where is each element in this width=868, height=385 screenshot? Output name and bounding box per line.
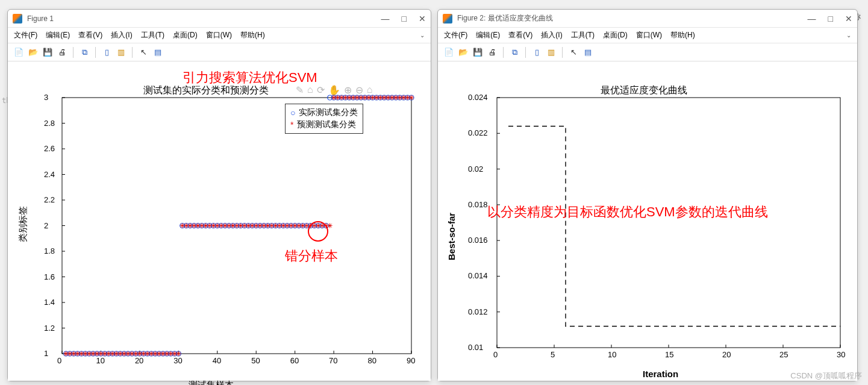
menu-edit[interactable]: 编辑(E) [476, 30, 500, 40]
y-tick-label: 0.012 [468, 307, 488, 316]
legend-marker-star-icon: * [290, 121, 293, 129]
figure1-menubar: 文件(F) 编辑(E) 查看(V) 插入(I) 工具(T) 桌面(D) 窗口(W… [8, 28, 431, 43]
arrow-tool-button[interactable] [137, 46, 149, 58]
x-tick-label: 80 [368, 356, 376, 365]
y-tick-label: 3 [44, 93, 96, 102]
plot-catalog-button[interactable] [582, 46, 594, 58]
window-controls: — □ ✕ [808, 14, 852, 23]
x-tick-label: 60 [290, 356, 299, 365]
edit-plot-button[interactable] [508, 46, 520, 58]
edit-plot-button[interactable] [78, 46, 90, 58]
chart2-axes[interactable] [485, 95, 846, 360]
figure1-canvas[interactable]: 引力搜索算法优化SVM 测试集的实际分类和预测分类 ✎ ⌂ ⟳ ✋ ⊕ ⊖ ⌂ … [8, 61, 431, 381]
menu-file[interactable]: 文件(F) [444, 30, 467, 40]
chart2-ylabel: Best-so-far [446, 213, 457, 260]
x-tick-label: 25 [779, 350, 788, 359]
minimize-button[interactable]: — [381, 14, 390, 23]
plot-catalog-button[interactable] [152, 46, 164, 58]
x-tick-label: 50 [251, 356, 260, 365]
menu-file[interactable]: 文件(F) [14, 30, 37, 40]
x-tick-label: 10 [96, 356, 104, 365]
tile-h-button[interactable] [531, 46, 543, 58]
figure2-window: Figure 2: 最优适应度变化曲线 — □ ✕ 文件(F) 编辑(E) 查看… [437, 9, 858, 381]
print-button[interactable] [56, 46, 68, 58]
x-tick-label: 20 [722, 350, 731, 359]
maximize-button[interactable]: □ [828, 14, 833, 23]
x-tick-label: 90 [407, 356, 415, 365]
x-tick-label: 15 [665, 350, 673, 359]
y-tick-label: 0.022 [468, 128, 488, 137]
open-file-button[interactable] [27, 46, 39, 58]
y-tick-label: 1.8 [44, 246, 96, 255]
figure2-menubar: 文件(F) 编辑(E) 查看(V) 插入(I) 工具(T) 桌面(D) 窗口(W… [438, 28, 857, 43]
y-tick-label: 1.2 [44, 324, 96, 333]
menu-window[interactable]: 窗口(W) [206, 30, 232, 40]
y-tick-label: 0.01 [468, 343, 483, 352]
minimize-button[interactable]: — [808, 14, 816, 23]
y-tick-label: 2.8 [44, 119, 96, 128]
menu-tools[interactable]: 工具(T) [141, 30, 164, 40]
x-tick-label: 30 [173, 356, 182, 365]
matlab-icon [13, 14, 22, 23]
x-tick-label: 30 [837, 350, 845, 359]
y-tick-label: 2.4 [44, 170, 96, 179]
menu-help[interactable]: 帮助(H) [240, 30, 265, 40]
chart1-legend[interactable]: ○实际测试集分类 *预测测试集分类 [285, 104, 363, 134]
tile-h-button[interactable] [101, 46, 113, 58]
legend-label: 预测测试集分类 [297, 119, 356, 130]
menu-help[interactable]: 帮助(H) [670, 30, 695, 40]
figure2-title: Figure 2: 最优适应度变化曲线 [457, 13, 808, 23]
figure1-titlebar[interactable]: Figure 1 — □ ✕ [8, 10, 431, 28]
chart2-xlabel: Iteration [643, 369, 678, 379]
x-tick-label: 0 [493, 350, 498, 359]
save-button[interactable] [42, 46, 54, 58]
matlab-icon [443, 14, 452, 23]
tile-grid-button[interactable] [545, 46, 557, 58]
maximize-button[interactable]: □ [402, 14, 407, 23]
print-button[interactable] [486, 46, 498, 58]
new-file-button[interactable] [13, 46, 25, 58]
y-tick-label: 2.6 [44, 144, 96, 153]
x-tick-label: 40 [213, 356, 221, 365]
figure1-title: Figure 1 [27, 14, 381, 23]
menu-desktop[interactable]: 桌面(D) [173, 30, 198, 40]
x-tick-label: 5 [551, 350, 555, 359]
menu-view[interactable]: 查看(V) [508, 30, 532, 40]
tile-grid-button[interactable] [115, 46, 127, 58]
svg-rect-472 [497, 98, 840, 348]
legend-label: 实际测试集分类 [299, 107, 358, 118]
arrow-tool-button[interactable] [567, 46, 579, 58]
figure2-canvas[interactable]: 最优适应度变化曲线 Iteration Best-so-far 以分类精度为目标… [438, 61, 857, 381]
open-file-button[interactable] [457, 46, 469, 58]
legend-marker-circle-icon: ○ [290, 108, 295, 117]
y-tick-label: 0.016 [468, 236, 488, 245]
x-tick-label: 70 [329, 356, 337, 365]
y-tick-label: 1.4 [44, 298, 96, 307]
y-tick-label: 0.024 [468, 93, 488, 102]
new-file-button[interactable] [443, 46, 455, 58]
menu-insert[interactable]: 插入(I) [541, 30, 562, 40]
menu-desktop[interactable]: 桌面(D) [603, 30, 628, 40]
menu-edit[interactable]: 编辑(E) [46, 30, 70, 40]
close-button[interactable]: ✕ [845, 14, 852, 23]
figure2-titlebar[interactable]: Figure 2: 最优适应度变化曲线 — □ ✕ [438, 10, 857, 28]
menubar-overflow-icon[interactable]: ⌄ [846, 32, 851, 39]
y-tick-label: 1 [44, 349, 96, 358]
x-tick-label: 10 [608, 350, 616, 359]
menu-tools[interactable]: 工具(T) [571, 30, 595, 40]
chart1-ylabel: 类别标签 [17, 206, 29, 242]
csdn-watermark: CSDN @顶呱呱程序 [790, 371, 862, 381]
y-tick-label: 0.018 [468, 200, 488, 209]
close-button[interactable]: ✕ [419, 14, 426, 23]
menu-view[interactable]: 查看(V) [78, 30, 102, 40]
y-tick-label: 0.014 [468, 271, 488, 280]
figure1-toolbar [8, 43, 431, 61]
save-button[interactable] [472, 46, 484, 58]
menu-window[interactable]: 窗口(W) [636, 30, 662, 40]
figure1-window: Figure 1 — □ ✕ 文件(F) 编辑(E) 查看(V) 插入(I) 工… [7, 9, 431, 381]
menubar-overflow-icon[interactable]: ⌄ [420, 32, 425, 39]
menu-insert[interactable]: 插入(I) [111, 30, 132, 40]
x-tick-label: 20 [135, 356, 143, 365]
window-controls: — □ ✕ [381, 14, 426, 23]
y-tick-label: 2.2 [44, 195, 96, 204]
